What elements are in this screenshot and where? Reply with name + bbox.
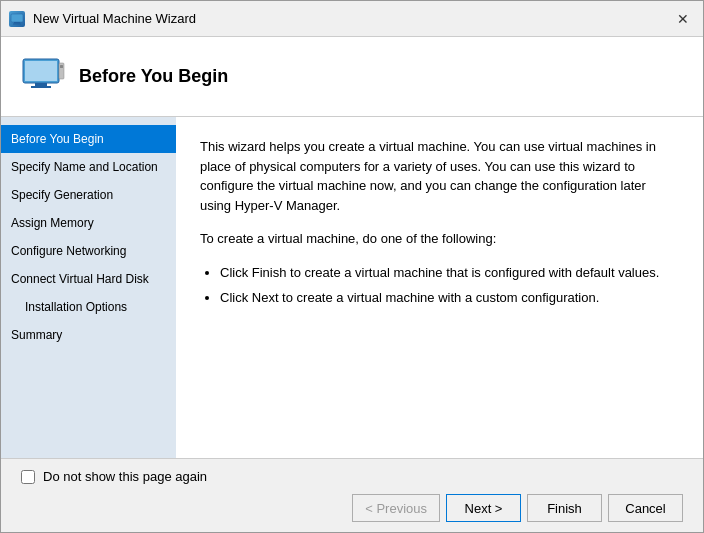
- sidebar-item-5[interactable]: Connect Virtual Hard Disk: [1, 265, 176, 293]
- finish-button[interactable]: Finish: [527, 494, 602, 522]
- wizard-window: New Virtual Machine Wizard ✕ Before You …: [0, 0, 704, 533]
- page-heading: Before You Begin: [79, 66, 228, 87]
- checkbox-row: Do not show this page again: [21, 469, 683, 484]
- sidebar-item-7[interactable]: Summary: [1, 321, 176, 349]
- svg-rect-6: [31, 86, 51, 88]
- window-title: New Virtual Machine Wizard: [33, 11, 196, 26]
- header-icon: [21, 57, 65, 96]
- bullet-item-finish: Click Finish to create a virtual machine…: [220, 263, 679, 283]
- bullet-item-next: Click Next to create a virtual machine w…: [220, 288, 679, 308]
- svg-rect-5: [35, 83, 47, 86]
- sidebar: Before You BeginSpecify Name and Locatio…: [1, 117, 176, 458]
- do-not-show-checkbox[interactable]: [21, 470, 35, 484]
- sidebar-item-2[interactable]: Specify Generation: [1, 181, 176, 209]
- svg-rect-2: [13, 23, 21, 24]
- intro-paragraph: This wizard helps you create a virtual m…: [200, 137, 679, 215]
- sidebar-item-4[interactable]: Configure Networking: [1, 237, 176, 265]
- content-area: Before You BeginSpecify Name and Locatio…: [1, 117, 703, 458]
- app-icon: [9, 11, 25, 27]
- next-button[interactable]: Next >: [446, 494, 521, 522]
- instruction-paragraph: To create a virtual machine, do one of t…: [200, 229, 679, 249]
- sidebar-item-1[interactable]: Specify Name and Location: [1, 153, 176, 181]
- close-button[interactable]: ✕: [671, 7, 695, 31]
- sidebar-item-6[interactable]: Installation Options: [1, 293, 176, 321]
- button-row: < Previous Next > Finish Cancel: [21, 494, 683, 522]
- cancel-button[interactable]: Cancel: [608, 494, 683, 522]
- svg-rect-8: [60, 65, 63, 68]
- sidebar-item-0[interactable]: Before You Begin: [1, 125, 176, 153]
- bullet-list: Click Finish to create a virtual machine…: [220, 263, 679, 308]
- svg-rect-0: [11, 14, 23, 22]
- bottom-section: Do not show this page again < Previous N…: [1, 458, 703, 532]
- header-section: Before You Begin: [1, 37, 703, 117]
- main-content: This wizard helps you create a virtual m…: [176, 117, 703, 458]
- sidebar-item-3[interactable]: Assign Memory: [1, 209, 176, 237]
- previous-button[interactable]: < Previous: [352, 494, 440, 522]
- svg-rect-1: [14, 22, 20, 24]
- do-not-show-label: Do not show this page again: [43, 469, 207, 484]
- svg-rect-4: [25, 61, 57, 81]
- title-bar-left: New Virtual Machine Wizard: [9, 11, 196, 27]
- title-bar: New Virtual Machine Wizard ✕: [1, 1, 703, 37]
